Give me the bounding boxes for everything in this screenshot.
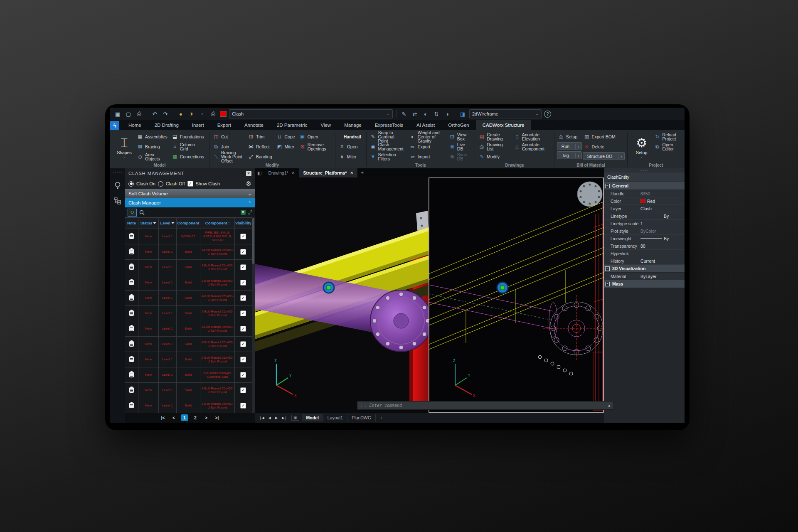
prop-value[interactable]: Current — [640, 259, 685, 264]
ribbon-item-connections[interactable]: ▩ Connections — [171, 152, 207, 161]
layout-tab-model[interactable]: Model — [302, 414, 323, 421]
prop-row-history[interactable]: History Current — [604, 257, 685, 265]
ribbon-item-banding[interactable]: ⤢ Banding — [247, 152, 275, 161]
visibility-checkbox[interactable]: ✓ — [240, 280, 246, 286]
undo-icon[interactable]: ↶ — [150, 111, 159, 117]
clash-table-row[interactable]: New Level 1 Solid J-Bolt Round 25x450-J … — [125, 306, 252, 321]
page-button-1[interactable]: 1 — [181, 414, 188, 421]
ribbon-item-miter[interactable]: ∧ Miter — [338, 152, 364, 161]
visibility-checkbox[interactable]: ✓ — [240, 387, 246, 393]
clash-manager-section[interactable]: Clash Manager ⌃ — [125, 198, 255, 207]
ribbon-item-foundations[interactable]: ⬓ Foundations — [171, 132, 207, 141]
ribbon-button-structure-bo[interactable]: Structure BO› — [583, 152, 625, 160]
layer-on-icon[interactable]: ● — [177, 111, 185, 117]
new-layout-button[interactable]: + — [377, 415, 386, 420]
new-file-icon[interactable]: ▢ — [124, 111, 133, 117]
ribbon-item-selection-filters[interactable]: ▼ Selection Filters — [369, 152, 407, 161]
document-tab-structure-platforms[interactable]: Structure_Platforms*✕ — [299, 168, 357, 177]
prop-value[interactable]: Red — [640, 199, 685, 204]
prop-value[interactable]: 8350 — [640, 191, 685, 196]
ribbon-tab-annotate[interactable]: Annotate — [238, 120, 270, 130]
command-prompt[interactable]: Enter command — [369, 403, 402, 408]
show-clash-checkbox[interactable]: ✓ — [187, 181, 193, 187]
prop-row-linetype-scale[interactable]: Linetype scale 1 — [604, 220, 685, 227]
note-icon[interactable] — [129, 249, 134, 254]
ribbon-item-annotate-elevation[interactable]: ⌶ Annotate Elevation — [513, 132, 552, 141]
clash-table-row[interactable]: New Level 1 Solid J-Bolt Round 25x450-J … — [125, 398, 252, 413]
panel-icon[interactable]: ◨ — [458, 111, 467, 117]
layer-tool-icon-4[interactable]: ⇅ — [432, 111, 441, 117]
clash-table-row[interactable]: New Level 1 Solid J-Bolt Round 25x450-J … — [125, 244, 252, 260]
layout-tab-plandwg[interactable]: PlanDWG — [347, 414, 376, 421]
collapse-box-icon[interactable]: − — [605, 266, 610, 271]
clash-off-radio[interactable] — [158, 181, 163, 187]
column-header-status[interactable]: Status — [138, 218, 159, 229]
clash-on-radio[interactable] — [128, 181, 134, 187]
prop-row-handle[interactable]: Handle 8350 — [604, 190, 685, 197]
prop-row-material[interactable]: Material ByLayer — [604, 273, 685, 280]
note-icon[interactable] — [129, 341, 134, 347]
table-scrollbar[interactable] — [252, 217, 255, 413]
clash-table-row[interactable]: New Level 1 Solid 500.0000 5000-psi Conc… — [125, 367, 252, 383]
ribbon-tab-ai-assist[interactable]: AI Assist — [410, 120, 441, 130]
tab-list-icon[interactable]: ◧ — [255, 170, 264, 176]
clash-table-row[interactable]: New Level 1 W150x22 PIPE, BE, SMLS, ASTM… — [125, 229, 252, 244]
help-icon[interactable]: ? — [544, 111, 551, 118]
note-icon[interactable] — [129, 295, 134, 300]
ribbon-item-setup[interactable]: ⎙ Setup — [557, 132, 582, 141]
collapse-box-icon[interactable]: − — [605, 184, 610, 188]
next-page-button[interactable]: > — [203, 414, 209, 421]
ribbon-item-open-editor[interactable]: ⧉ Open Editor — [653, 142, 682, 151]
ribbon-big-shapes[interactable]: ⌶ Shapes⌄ — [113, 131, 136, 162]
clash-table-row[interactable]: New Level 1 Solid J-Bolt Round 25x450-J … — [125, 321, 252, 337]
first-page-button[interactable]: |< — [160, 414, 166, 421]
ribbon-item-open[interactable]: ▣ Open — [298, 132, 332, 141]
zoom-to-clash-icon[interactable] — [139, 210, 145, 215]
ribbon-item-open[interactable]: ≡ Open — [338, 142, 364, 151]
viewport-left-shaded[interactable]: Z X Y — [255, 177, 429, 413]
ribbon-item-export-bom[interactable]: ▥ Export BOM — [583, 132, 625, 141]
visibility-checkbox[interactable]: ✓ — [240, 310, 246, 316]
visibility-checkbox[interactable]: ✓ — [240, 249, 246, 255]
ribbon-item-weight-and-center-of-gravity[interactable]: ◐ Weight and Center of Gravity — [409, 132, 447, 141]
visibility-checkbox[interactable]: ✓ — [240, 264, 246, 270]
ribbon-item-create-drawing[interactable]: ▤ Create Drawing — [478, 132, 512, 141]
prop-row-transparency[interactable]: Transparency 80 — [604, 242, 685, 250]
ribbon-tab-2d-drafting[interactable]: 2D Drafting — [148, 120, 185, 130]
layer-dropdown[interactable]: Clash ⌄ — [229, 109, 393, 118]
print-icon[interactable]: ⎙ — [135, 111, 143, 117]
gear-icon[interactable]: ⚙ — [246, 180, 251, 187]
save-icon[interactable]: ▣ — [113, 111, 122, 117]
column-header-visibility[interactable]: Visibility — [235, 218, 252, 229]
prop-row-lineweight[interactable]: Lineweight By — [604, 235, 685, 242]
ribbon-item-miter[interactable]: ◩ Miter — [276, 142, 298, 151]
ribbon-tab-manage[interactable]: Manage — [337, 120, 368, 130]
column-header-component[interactable]: Component : — [200, 218, 234, 229]
prev-page-button[interactable]: < — [170, 414, 177, 421]
expand-history-icon[interactable]: ▲ — [608, 404, 610, 407]
note-icon[interactable] — [129, 387, 134, 393]
soft-clash-volume-section[interactable]: Soft Clash Volume ⌄ — [125, 189, 255, 198]
prop-value[interactable]: 1 — [640, 221, 685, 226]
ribbon-item-sync-db[interactable]: ≣ Sync DB — [448, 152, 473, 161]
note-icon[interactable] — [129, 280, 134, 285]
layer-thaw-icon[interactable]: ☀ — [187, 111, 196, 117]
first-layout-icon[interactable]: ❘◀ — [257, 416, 266, 420]
ribbon-button-tag[interactable]: Tag› — [557, 151, 582, 159]
expand-box-icon[interactable]: + — [605, 282, 610, 286]
new-tab-button[interactable]: + — [357, 170, 367, 176]
ribbon-item-remove-openings[interactable]: ⊠ Remove Openings — [298, 142, 332, 151]
note-icon[interactable] — [129, 372, 134, 377]
prop-section-3d-visualization[interactable]: − 3D Visualization — [604, 265, 685, 273]
visibility-checkbox[interactable]: ✓ — [240, 341, 246, 347]
app-logo-icon[interactable]: ϟ — [110, 121, 119, 130]
prop-section-mass[interactable]: + Mass — [604, 280, 685, 288]
ribbon-item-assemblies[interactable]: ▦ Assemblies — [136, 132, 170, 141]
ribbon-item-live-db[interactable]: ≣ Live DB — [448, 142, 473, 151]
clash-table-row[interactable]: New Level 1 Solid J-Bolt Round 25x450-J … — [125, 260, 252, 275]
note-icon[interactable] — [129, 403, 134, 408]
note-icon[interactable] — [129, 326, 134, 331]
command-grip[interactable]: ⁞ : — [361, 403, 367, 408]
prop-value[interactable]: By — [640, 214, 685, 219]
ribbon-item-snap-to-cardinal-point[interactable]: ✎ Snap to Cardinal Point — [369, 132, 407, 141]
